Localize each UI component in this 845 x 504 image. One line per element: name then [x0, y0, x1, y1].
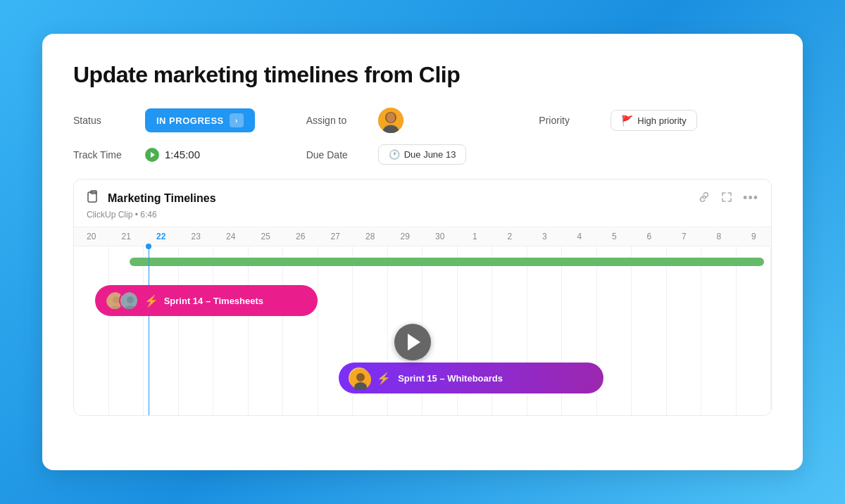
priority-label: Priority: [539, 115, 602, 126]
date-cell-5: 5: [597, 227, 632, 246]
sprint-15-bar[interactable]: ⚡ Sprint 15 – Whiteboards: [339, 363, 603, 393]
date-cell-7: 7: [667, 227, 702, 246]
date-cell-1: 1: [458, 227, 493, 246]
gantt-actions: •••: [698, 191, 758, 206]
date-cell-20: 20: [74, 227, 109, 246]
date-cell-27: 27: [318, 227, 353, 246]
today-dot: [146, 244, 151, 249]
track-time-display[interactable]: 1:45:00: [145, 148, 200, 162]
grid-col-18: [701, 246, 737, 415]
grid-col-19: [737, 246, 772, 415]
priority-flag-icon: 🚩: [621, 115, 633, 126]
assignee-avatar-svg: [378, 108, 403, 133]
sprint-14-bar[interactable]: ⚡ Sprint 14 – Timesheets: [95, 285, 318, 316]
date-cell-29: 29: [388, 227, 423, 246]
date-cell-2: 2: [492, 227, 527, 246]
clip-icon: [87, 189, 101, 207]
due-date-badge[interactable]: 🕐 Due June 13: [378, 144, 467, 165]
gantt-subtitle: ClickUp Clip • 6:46: [74, 210, 771, 227]
date-cell-24: 24: [213, 227, 249, 246]
timeline-body: ⚡ Sprint 14 – Timesheets ⚡ Spr: [74, 246, 771, 415]
status-arrow: ›: [230, 113, 244, 127]
assign-section: Assign to: [306, 108, 539, 133]
grid-col-1: [109, 246, 144, 415]
due-date-value: Due June 13: [404, 149, 456, 160]
grid-col-4: [213, 246, 249, 415]
priority-section: Priority 🚩 High priority: [539, 110, 772, 131]
gantt-title: Marketing Timelines: [108, 192, 216, 205]
svg-point-14: [356, 373, 365, 382]
time-value: 1:45:00: [165, 149, 200, 160]
date-cell-26: 26: [283, 227, 318, 246]
date-cell-23: 23: [179, 227, 214, 246]
grid-col-3: [179, 246, 214, 415]
sprint-14-avatar-2: [119, 291, 139, 310]
sprint-15-avatar: [349, 367, 370, 389]
status-value: IN PROGRESS: [156, 115, 224, 126]
priority-badge[interactable]: 🚩 High priority: [611, 110, 696, 131]
status-label: Status: [73, 115, 137, 126]
expand-icon[interactable]: [720, 191, 733, 206]
grid-col-5: [249, 246, 284, 415]
due-date-label: Due Date: [306, 149, 370, 160]
today-line: [149, 246, 149, 415]
green-bar: [130, 258, 764, 266]
date-cell-8: 8: [701, 227, 737, 246]
date-cell-4: 4: [562, 227, 597, 246]
page-title: Update marketing timelines from Clip: [73, 62, 772, 88]
svg-point-2: [387, 113, 395, 122]
gantt-title-area: Marketing Timelines: [87, 189, 216, 207]
priority-value: High priority: [637, 115, 686, 126]
grid-col-17: [667, 246, 702, 415]
sprint-15-icon: ⚡: [377, 372, 391, 385]
date-cell-30: 30: [423, 227, 458, 246]
meta-row-2: Track Time 1:45:00 Due Date 🕐 Due June 1…: [73, 144, 772, 165]
grid-col-15: [597, 246, 632, 415]
sprint-15-label: Sprint 15 – Whiteboards: [398, 373, 503, 384]
gantt-header: Marketing Timelines •••: [74, 179, 771, 210]
due-date-section: Due Date 🕐 Due June 13: [306, 144, 539, 165]
assignee-avatar[interactable]: [378, 108, 403, 133]
clock-icon: 🕐: [389, 149, 400, 160]
status-badge[interactable]: IN PROGRESS ›: [145, 108, 255, 132]
grid-col-0: [74, 246, 109, 415]
link-icon[interactable]: [698, 191, 711, 206]
track-time-label: Track Time: [73, 149, 137, 160]
track-time-section: Track Time 1:45:00: [73, 148, 306, 162]
play-button[interactable]: [394, 324, 431, 360]
sprint-14-icon: ⚡: [144, 294, 158, 308]
date-cell-3: 3: [527, 227, 563, 246]
date-cell-25: 25: [249, 227, 284, 246]
date-cell-21: 21: [109, 227, 144, 246]
status-section: Status IN PROGRESS ›: [73, 108, 306, 132]
date-cell-6: 6: [632, 227, 667, 246]
main-card: Update marketing timelines from Clip Sta…: [42, 34, 803, 470]
grid-col-16: [632, 246, 667, 415]
meta-row-1: Status IN PROGRESS › Assign to: [73, 108, 772, 133]
date-cell-28: 28: [353, 227, 388, 246]
sprint-14-label: Sprint 14 – Timesheets: [164, 296, 263, 306]
timeline-dates: 2021222324252627282930123456789: [74, 227, 771, 246]
more-icon[interactable]: •••: [743, 191, 758, 206]
timeline-container: 2021222324252627282930123456789: [74, 227, 771, 415]
sprint-14-avatars: [105, 291, 139, 310]
svg-point-11: [127, 296, 134, 303]
play-circle-icon: [145, 148, 159, 162]
grid-col-6: [283, 246, 318, 415]
gantt-section: Marketing Timelines ••• ClickUp Clip • 6…: [73, 179, 772, 416]
date-cell-9: 9: [737, 227, 772, 246]
assign-label: Assign to: [306, 115, 370, 126]
